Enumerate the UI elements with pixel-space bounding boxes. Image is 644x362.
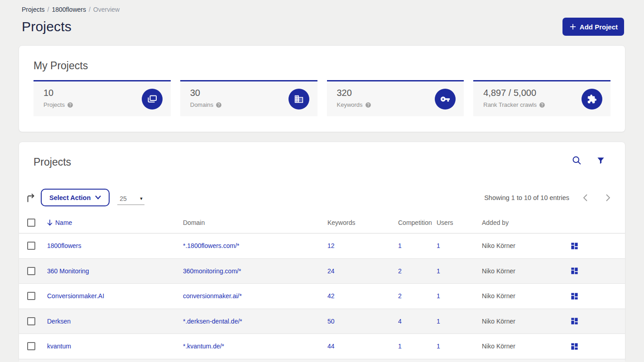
select-action-dropdown[interactable]: Select Action (41, 189, 110, 206)
table-row: 1800flowers *.1800flowers.com/* 12 1 1 N… (19, 233, 625, 258)
table-body: 1800flowers *.1800flowers.com/* 12 1 1 N… (19, 233, 625, 359)
row-checkbox[interactable] (27, 242, 35, 250)
select-all-checkbox[interactable] (27, 219, 35, 227)
project-users-link[interactable]: 1 (437, 343, 440, 350)
key-icon (435, 89, 456, 110)
dashboard-button[interactable] (570, 267, 579, 275)
table-header-row: Name Domain Keywords Competition Users A… (19, 212, 625, 233)
dashboard-grid-icon (570, 242, 579, 250)
row-checkbox[interactable] (27, 317, 35, 325)
project-competition-link[interactable]: 2 (398, 267, 402, 275)
building-icon (288, 89, 309, 110)
project-keywords-link[interactable]: 50 (327, 318, 335, 325)
stat-tiles: 10 Projects 30 Domains (34, 80, 610, 116)
column-header-domain[interactable]: Domain (183, 219, 327, 226)
dashboard-button[interactable] (570, 342, 579, 351)
project-name-link[interactable]: 360 Monitoring (47, 267, 89, 275)
project-name-link[interactable]: Derksen (47, 318, 71, 325)
projects-copy-icon (142, 89, 163, 110)
my-projects-card: My Projects 10 Projects 30 Domains (19, 45, 625, 132)
projects-table: Name Domain Keywords Competition Users A… (19, 212, 625, 362)
project-users-link[interactable]: 1 (437, 242, 440, 249)
breadcrumb: Projects/1800flowers/Overview (19, 0, 625, 13)
help-icon[interactable] (67, 102, 73, 108)
project-users-link[interactable]: 1 (437, 267, 440, 275)
page-size-select[interactable]: 25 ▼ (117, 195, 144, 205)
project-domain-link[interactable]: conversionmaker.ai/* (183, 292, 242, 300)
dashboard-grid-icon (570, 267, 579, 275)
table-row: Conversionmaker.AI conversionmaker.ai/* … (19, 283, 625, 309)
stat-tile-keywords: 320 Keywords (327, 80, 464, 116)
stat-label: Rank Tracker crawls (483, 101, 537, 108)
stat-tile-domains: 30 Domains (180, 80, 317, 116)
project-competition-link[interactable]: 2 (398, 292, 402, 300)
project-competition-link[interactable]: 4 (398, 318, 402, 325)
project-keywords-link[interactable]: 12 (327, 242, 335, 249)
project-competition-link[interactable]: 1 (398, 242, 402, 249)
breadcrumb-1800flowers[interactable]: 1800flowers (52, 6, 86, 13)
chevron-down-icon (95, 195, 101, 200)
row-checkbox[interactable] (27, 292, 35, 300)
column-header-added-by[interactable]: Added by (482, 219, 572, 226)
row-checkbox[interactable] (27, 267, 35, 275)
project-users-link[interactable]: 1 (437, 318, 440, 325)
dashboard-grid-icon (570, 292, 579, 300)
project-domain-link[interactable]: *.kvantum.de/* (183, 343, 224, 350)
dashboard-button[interactable] (570, 242, 579, 250)
column-header-name[interactable]: Name (47, 219, 183, 226)
plus-icon (570, 24, 576, 30)
dashboard-button[interactable] (570, 292, 579, 300)
search-icon (572, 156, 582, 165)
row-checkbox[interactable] (27, 342, 35, 350)
filter-button[interactable] (596, 156, 605, 165)
table-row: 360 Monitoring 360monitoring.com/* 24 2 … (19, 258, 625, 284)
table-toolbar: Select Action 25 ▼ Showing 1 to 10 of 10… (19, 189, 625, 206)
project-competition-link[interactable]: 1 (398, 343, 402, 350)
table-row: Derksen *.derksen-dental.de/* 50 4 1 Nik… (19, 309, 625, 334)
project-keywords-link[interactable]: 24 (327, 267, 335, 275)
project-name-link[interactable]: Conversionmaker.AI (47, 292, 104, 300)
breadcrumb-separator: / (89, 6, 91, 13)
column-header-users[interactable]: Users (437, 219, 482, 226)
add-project-button[interactable]: Add Project (562, 18, 624, 36)
project-domain-link[interactable]: 360monitoring.com/* (183, 267, 241, 275)
stat-tile-rank-tracker: 4,897 / 5,000 Rank Tracker crawls (473, 80, 610, 116)
stat-label: Domains (190, 101, 213, 108)
project-added-by: Niko Körner (482, 267, 572, 275)
project-keywords-link[interactable]: 42 (327, 292, 335, 300)
stat-tile-projects: 10 Projects (34, 80, 171, 116)
project-users-link[interactable]: 1 (437, 292, 440, 300)
project-keywords-link[interactable]: 44 (327, 343, 335, 350)
project-domain-link[interactable]: *.1800flowers.com/* (183, 242, 240, 249)
column-header-keywords[interactable]: Keywords (327, 219, 398, 226)
project-name-link[interactable]: 1800flowers (47, 242, 82, 249)
filter-icon (596, 156, 605, 165)
project-domain-link[interactable]: *.derksen-dental.de/* (183, 318, 242, 325)
projects-card-title: Projects (34, 156, 71, 168)
showing-entries-text: Showing 1 to 10 of 10 entries (484, 194, 569, 201)
pagination (583, 194, 610, 201)
dashboard-button[interactable] (570, 317, 579, 325)
sort-down-icon (47, 219, 53, 226)
help-icon[interactable] (539, 102, 545, 108)
next-page-button[interactable] (606, 194, 610, 201)
stat-label: Projects (43, 101, 65, 108)
partial-next-row (19, 359, 625, 362)
column-header-competition[interactable]: Competition (398, 219, 437, 226)
page: Projects/1800flowers/Overview Projects A… (0, 0, 644, 362)
help-icon[interactable] (216, 102, 222, 108)
dashboard-grid-icon (570, 342, 579, 351)
breadcrumb-projects[interactable]: Projects (22, 6, 45, 13)
export-button[interactable] (27, 193, 35, 202)
export-arrow-icon (27, 193, 35, 202)
chevron-right-icon (606, 194, 610, 201)
select-arrow-icon: ▼ (139, 196, 143, 201)
breadcrumb-separator: / (48, 6, 49, 13)
search-button[interactable] (572, 156, 582, 165)
project-added-by: Niko Körner (482, 343, 572, 350)
project-name-link[interactable]: kvantum (47, 343, 71, 350)
chevron-left-icon (583, 194, 587, 201)
previous-page-button[interactable] (583, 194, 587, 201)
title-row: Projects Add Project (19, 13, 625, 36)
help-icon[interactable] (365, 102, 371, 108)
